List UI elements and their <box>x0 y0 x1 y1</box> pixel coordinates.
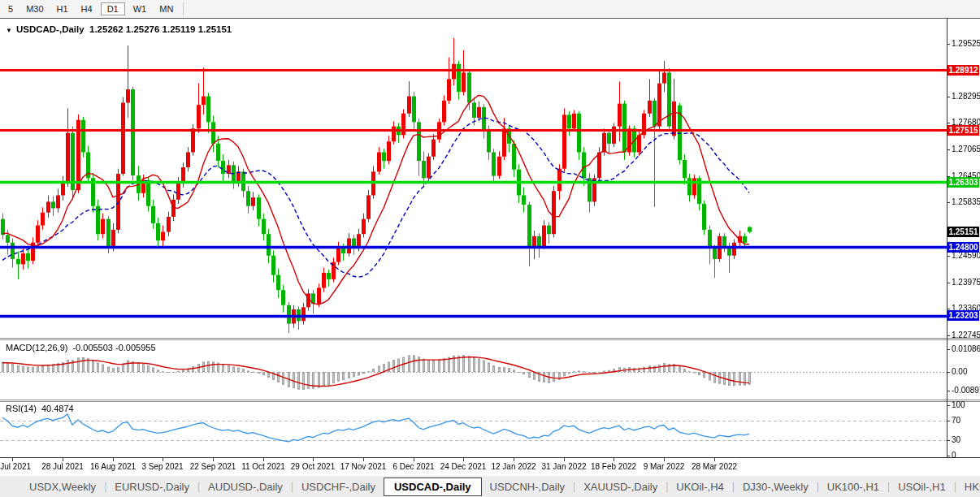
macd-name: MACD(12,26,9) <box>6 343 67 352</box>
date-axis-label: 11 Oct 2021 <box>236 462 290 471</box>
tab-usdcnh-daily[interactable]: USDCNH-,Daily <box>482 478 573 496</box>
date-axis-label: 17 Nov 2021 <box>336 462 390 471</box>
date-axis-label: 28 Mar 2022 <box>687 462 741 471</box>
tab-usdx-weekly[interactable]: USDX,Weekly <box>21 478 104 496</box>
timeframe-button-5[interactable]: 5 <box>2 2 20 15</box>
price-axis-label: 1.23975 <box>952 278 980 287</box>
price-badge-1.27515: 1.27515 <box>947 125 979 136</box>
tab-usdchf-daily[interactable]: USDCHF-,Daily <box>293 478 384 496</box>
price-badge-1.26303: 1.26303 <box>947 177 979 188</box>
macd-signal-value: -0.005955 <box>115 343 156 352</box>
symbol-tabbar: USDX,Weekly|EURUSD-,Daily|AUDUSD-,Daily|… <box>0 475 980 497</box>
chart-title-line: ▼USDCAD-,Daily 1.25262 1.25276 1.25119 1… <box>6 24 232 34</box>
price-badge-1.28912: 1.28912 <box>947 65 979 76</box>
macd-value: -0.005503 <box>72 343 113 352</box>
collapse-triangle-icon[interactable]: ▼ <box>6 27 12 34</box>
tab-xauusd-daily[interactable]: XAUUSD-,Daily <box>575 478 666 496</box>
timeframe-button-h4[interactable]: H4 <box>75 2 99 15</box>
timeframe-button-w1[interactable]: W1 <box>127 2 154 15</box>
tab-usdcad-daily[interactable]: USDCAD-,Daily <box>384 478 482 496</box>
rsi-axis-label: 30 <box>952 435 960 444</box>
macd-axis-label: -0.008974 <box>952 386 980 395</box>
rsi-indicator-label: RSI(14)40.4874 <box>6 404 74 413</box>
date-axis-label: 28 Jul 2021 <box>36 462 89 471</box>
tab-hk50-h1[interactable]: HK50-,H1 <box>956 478 980 496</box>
date-axis-label: 16 Aug 2021 <box>86 462 140 471</box>
date-axis-label: 9 Jul 2021 <box>0 462 39 471</box>
price-badge-1.25151: 1.25151 <box>947 227 979 237</box>
rsi-axis-label: 100 <box>952 400 965 409</box>
chart-ohlc-values: 1.25262 1.25276 1.25119 1.25151 <box>89 24 232 34</box>
date-axis-label: 22 Sep 2021 <box>186 462 240 471</box>
price-badge-1.23203: 1.23203 <box>947 310 979 321</box>
chart-symbol-title: USDCAD-,Daily <box>16 24 85 34</box>
toolbar-separator <box>183 2 184 15</box>
date-axis-label: 24 Dec 2021 <box>436 462 490 471</box>
macd-indicator-label: MACD(12,26,9)-0.005503 -0.005955 <box>6 343 156 352</box>
price-axis-label: 1.25835 <box>952 197 980 206</box>
price-axis-label: 1.27065 <box>952 145 980 153</box>
tab-uk100-h1[interactable]: UK100-,H1 <box>819 478 887 496</box>
rsi-axis-label: 70 <box>952 416 960 425</box>
chart-canvas[interactable] <box>0 19 980 476</box>
macd-axis-label: 0.010869 <box>952 344 980 353</box>
timeframe-button-mn[interactable]: MN <box>153 2 180 15</box>
date-axis-label: 6 Dec 2021 <box>387 462 440 471</box>
timeframe-button-h1[interactable]: H1 <box>50 2 75 15</box>
rsi-axis-label: 0 <box>952 451 956 460</box>
price-badge-1.24800: 1.24800 <box>947 242 979 253</box>
date-axis-label: 3 Sep 2021 <box>136 462 189 471</box>
date-axis-label: 31 Jan 2022 <box>537 462 591 471</box>
date-axis-label: 12 Jan 2022 <box>487 462 540 471</box>
price-axis-label: 1.22745 <box>952 331 980 339</box>
rsi-value: 40.4874 <box>41 404 74 413</box>
price-axis-label: 1.24590 <box>952 251 980 260</box>
tab-eurusd-daily[interactable]: EURUSD-,Daily <box>106 478 197 496</box>
timeframe-button-d1[interactable]: D1 <box>101 2 125 15</box>
tab-audusd-daily[interactable]: AUDUSD-,Daily <box>200 478 291 496</box>
macd-axis-label: 0.00 <box>952 367 967 376</box>
timeframe-button-m30[interactable]: M30 <box>20 2 50 15</box>
tab-usoil-h1[interactable]: USOil-,H1 <box>890 478 954 496</box>
tab-dj30-weekly[interactable]: DJ30-,Weekly <box>735 478 817 496</box>
tab-ukoil-h4[interactable]: UKOil-,H4 <box>668 478 732 496</box>
timeframe-toolbar: 5M30H1H4D1W1MN <box>0 0 980 18</box>
price-axis-label: 1.28295 <box>952 92 980 101</box>
date-axis-label: 9 Mar 2022 <box>637 462 691 471</box>
price-axis-label: 1.29525 <box>952 39 980 48</box>
chart-window: ▼USDCAD-,Daily 1.25262 1.25276 1.25119 1… <box>0 18 980 475</box>
date-axis-label: 18 Feb 2022 <box>587 462 640 471</box>
rsi-name: RSI(14) <box>6 404 37 413</box>
date-axis-label: 29 Oct 2021 <box>286 462 340 471</box>
